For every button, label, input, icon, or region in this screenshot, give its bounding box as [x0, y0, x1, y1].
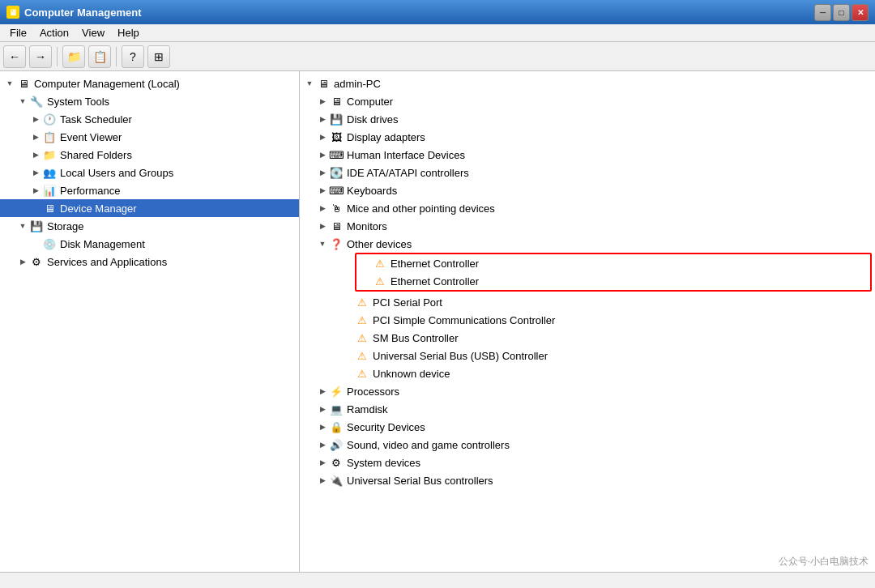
admin-pc-label: admin-PC — [334, 78, 381, 90]
eth2-expander — [360, 275, 373, 288]
right-item-ide[interactable]: 💽 IDE ATA/ATAPI controllers — [300, 164, 875, 181]
menu-view[interactable]: View — [75, 25, 111, 40]
close-button[interactable]: ✕ — [852, 4, 869, 21]
right-item-monitors[interactable]: 🖥 Monitors — [300, 217, 875, 235]
right-item-display-adapters[interactable]: 🖼 Display adapters — [300, 128, 875, 146]
right-item-security[interactable]: 🔒 Security Devices — [300, 418, 875, 436]
ide-label: IDE ATA/ATAPI controllers — [347, 167, 469, 179]
right-item-ramdisk[interactable]: 💻 Ramdisk — [300, 400, 875, 418]
right-item-processors[interactable]: ⚡ Processors — [300, 382, 875, 400]
device-manager-expander — [29, 202, 42, 215]
computer-label: Computer — [347, 96, 393, 108]
right-item-sound[interactable]: 🔊 Sound, video and game controllers — [300, 436, 875, 454]
admin-pc-expander — [303, 77, 316, 90]
task-scheduler-icon: 🕐 — [42, 112, 57, 126]
right-item-other-devices[interactable]: ❓ Other devices — [300, 235, 875, 253]
right-item-usb-bus[interactable]: 🔌 Universal Serial Bus controllers — [300, 471, 875, 489]
right-item-pci-serial[interactable]: ⚠ PCI Serial Port — [300, 293, 875, 311]
right-item-mice[interactable]: 🖱 Mice and other pointing devices — [300, 199, 875, 217]
right-item-pci-simple[interactable]: ⚠ PCI Simple Communications Controller — [300, 311, 875, 329]
left-item-services[interactable]: ⚙ Services and Applications — [0, 253, 299, 271]
left-tree-root[interactable]: 🖥 Computer Management (Local) — [0, 75, 299, 92]
disk-drives-expander — [316, 113, 329, 126]
left-item-device-manager[interactable]: 🖥 Device Manager — [0, 199, 299, 217]
pci-serial-label: PCI Serial Port — [373, 296, 442, 309]
services-label: Services and Applications — [47, 256, 167, 268]
display-adapters-icon: 🖼 — [329, 130, 344, 144]
toolbar-separator-2 — [116, 47, 117, 66]
right-item-unknown[interactable]: ⚠ Unknown device — [300, 364, 875, 382]
eth2-icon: ⚠ — [373, 274, 387, 288]
ramdisk-label: Ramdisk — [347, 403, 388, 415]
help-button[interactable]: ? — [122, 45, 144, 68]
storage-label: Storage — [47, 220, 84, 232]
other-devices-expander — [316, 237, 329, 250]
minimize-button[interactable]: ─ — [814, 4, 831, 21]
system-dev-expander — [316, 456, 329, 469]
shared-folders-label: Shared Folders — [60, 149, 132, 161]
device-manager-label: Device Manager — [60, 202, 137, 215]
security-label: Security Devices — [347, 421, 425, 433]
right-tree-root[interactable]: 🖥 admin-PC — [300, 75, 875, 92]
left-item-event-viewer[interactable]: 📋 Event Viewer — [0, 128, 299, 146]
usb-bus-expander — [316, 474, 329, 487]
keyboards-expander — [316, 184, 329, 197]
right-item-computer[interactable]: 🖥 Computer — [300, 92, 875, 110]
keyboards-label: Keyboards — [347, 185, 397, 197]
disk-drives-icon: 💾 — [329, 112, 344, 126]
ethernet-highlight-box: ⚠ Ethernet Controller ⚠ Ethernet Control… — [355, 253, 872, 292]
forward-button[interactable]: → — [29, 45, 52, 68]
left-item-storage[interactable]: 💾 Storage — [0, 217, 299, 235]
device-manager-icon: 🖥 — [42, 201, 57, 215]
system-tools-label: System Tools — [47, 96, 109, 108]
back-button[interactable]: ← — [3, 45, 26, 68]
extra-button[interactable]: ⊞ — [147, 45, 170, 68]
hid-label: Human Interface Devices — [347, 149, 465, 161]
local-users-label: Local Users and Groups — [60, 167, 173, 179]
shared-folders-icon: 📁 — [42, 147, 57, 162]
menu-file[interactable]: File — [3, 25, 33, 40]
usb-bus-icon: 🔌 — [329, 473, 344, 488]
toolbar: ← → 📁 📋 ? ⊞ — [0, 42, 875, 71]
sound-icon: 🔊 — [329, 437, 344, 452]
right-item-system-dev[interactable]: ⚙ System devices — [300, 454, 875, 471]
system-tools-expander — [16, 95, 29, 108]
unknown-expander — [342, 367, 355, 380]
monitors-expander — [316, 219, 329, 232]
unknown-icon: ⚠ — [355, 366, 369, 381]
disk-management-icon: 💿 — [42, 236, 57, 251]
right-item-disk-drives[interactable]: 💾 Disk drives — [300, 110, 875, 128]
system-dev-icon: ⚙ — [329, 455, 344, 470]
menu-help[interactable]: Help — [111, 25, 146, 40]
right-item-eth1[interactable]: ⚠ Ethernet Controller — [356, 254, 870, 272]
mice-expander — [316, 202, 329, 215]
left-item-disk-management[interactable]: 💿 Disk Management — [0, 235, 299, 253]
performance-label: Performance — [60, 185, 120, 197]
menu-action[interactable]: Action — [33, 25, 75, 40]
pci-serial-icon: ⚠ — [355, 295, 369, 309]
other-devices-label: Other devices — [347, 238, 412, 250]
task-scheduler-label: Task Scheduler — [60, 113, 132, 126]
smbus-label: SM Bus Controller — [373, 332, 458, 344]
processors-label: Processors — [347, 386, 399, 398]
open-folder-button[interactable]: 📁 — [62, 45, 85, 68]
maximize-button[interactable]: □ — [833, 4, 850, 21]
right-panel: 🖥 admin-PC 🖥 Computer 💾 Disk drives 🖼 Di… — [300, 71, 875, 572]
app-icon: 🖥 — [6, 6, 19, 19]
right-item-eth2[interactable]: ⚠ Ethernet Controller — [356, 272, 870, 290]
left-item-task-scheduler[interactable]: 🕐 Task Scheduler — [0, 110, 299, 128]
computer-icon: 🖥 — [329, 94, 344, 109]
services-icon: ⚙ — [29, 254, 44, 269]
right-item-keyboards[interactable]: ⌨ Keyboards — [300, 181, 875, 199]
show-hide-button[interactable]: 📋 — [88, 45, 111, 68]
left-item-shared-folders[interactable]: 📁 Shared Folders — [0, 146, 299, 164]
right-item-usb-ctrl[interactable]: ⚠ Universal Serial Bus (USB) Controller — [300, 347, 875, 364]
pci-simple-label: PCI Simple Communications Controller — [373, 314, 555, 326]
right-item-smbus[interactable]: ⚠ SM Bus Controller — [300, 329, 875, 347]
left-item-system-tools[interactable]: 🔧 System Tools — [0, 92, 299, 110]
right-item-hid[interactable]: ⌨ Human Interface Devices — [300, 146, 875, 164]
left-item-performance[interactable]: 📊 Performance — [0, 181, 299, 199]
usb-ctrl-icon: ⚠ — [355, 348, 369, 363]
usb-ctrl-expander — [342, 349, 355, 362]
left-item-local-users[interactable]: 👥 Local Users and Groups — [0, 164, 299, 181]
